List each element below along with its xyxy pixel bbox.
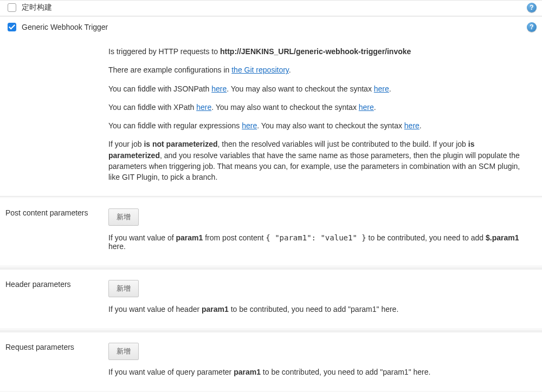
- scheduled-build-checkbox[interactable]: [8, 3, 16, 12]
- regex-syntax-link[interactable]: here: [404, 121, 420, 130]
- request-params-add-button[interactable]: 新增: [108, 343, 139, 360]
- post-content-hint: If you want value of param1 from post co…: [108, 233, 537, 251]
- post-content-params-label: Post content parameters: [5, 200, 108, 217]
- header-params-hint: If you want value of header param1 to be…: [108, 305, 537, 313]
- git-repository-link[interactable]: the Git repository: [231, 66, 289, 74]
- request-params-label: Request parameters: [5, 335, 108, 351]
- regex-here-link[interactable]: here: [242, 121, 257, 130]
- jsonpath-here-link[interactable]: here: [211, 84, 227, 93]
- xpath-here-link[interactable]: here: [196, 103, 211, 112]
- generic-webhook-description: Is triggered by HTTP requests to http://…: [103, 37, 542, 196]
- post-content-add-button[interactable]: 新增: [108, 208, 139, 226]
- generic-webhook-label: Generic Webhook Trigger: [22, 23, 527, 31]
- scheduled-build-label: 定时构建: [22, 3, 527, 12]
- help-icon[interactable]: ?: [527, 22, 537, 32]
- header-params-label: Header parameters: [5, 272, 108, 289]
- jsonpath-syntax-link[interactable]: here: [374, 84, 389, 93]
- xpath-syntax-link[interactable]: here: [359, 103, 374, 112]
- request-params-hint: If you want value of query parameter par…: [108, 368, 537, 376]
- header-params-add-button[interactable]: 新增: [108, 280, 139, 297]
- generic-webhook-checkbox[interactable]: [8, 23, 16, 31]
- help-icon[interactable]: ?: [527, 3, 537, 12]
